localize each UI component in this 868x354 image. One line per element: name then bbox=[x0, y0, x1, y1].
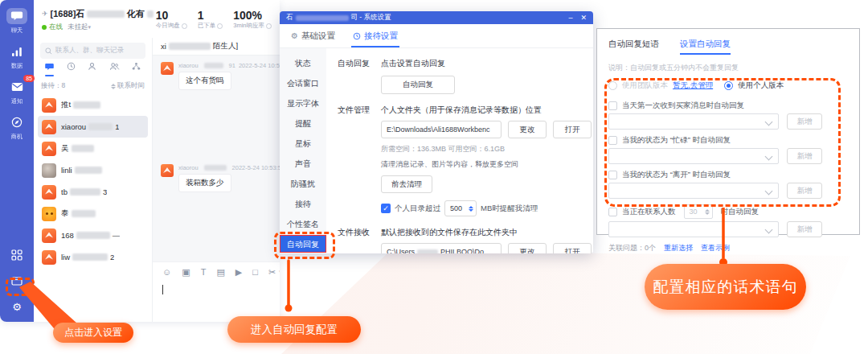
contact-row[interactable]: 168— bbox=[38, 224, 148, 246]
sidebar-item-chat[interactable]: 聊天 bbox=[6, 8, 27, 35]
sidebar-item-business[interactable]: 商机 bbox=[6, 114, 27, 141]
tab-auto-reply-phrases[interactable]: 自动回复短语 bbox=[608, 39, 659, 55]
radio-personal-version[interactable] bbox=[724, 81, 733, 90]
emoji-icon[interactable]: ☺ bbox=[162, 267, 171, 277]
receive-folder-path-input[interactable]: C:\Users PHILBOO\Do bbox=[381, 243, 502, 253]
add-button[interactable]: 新增 bbox=[787, 148, 822, 164]
checkbox-checked-icon[interactable] bbox=[381, 204, 391, 213]
dialog-title: 石 司 - 系统设置 bbox=[286, 13, 568, 23]
redacted-text bbox=[75, 167, 102, 174]
search-icon bbox=[45, 47, 52, 55]
personal-folder-path-input[interactable]: E:\Downloads\Ali1688Workbenc bbox=[381, 121, 502, 138]
message: xiaorou 2022-5-24 10:53:59 装箱数多少 bbox=[161, 164, 272, 192]
sidebar-item-settings[interactable]: ⚙ bbox=[7, 298, 27, 315]
menu-item-anti-harass[interactable]: 防骚扰 bbox=[280, 174, 326, 194]
conversation-header: xi 陌生人] bbox=[153, 38, 280, 56]
menu-item-reminder[interactable]: 提醒 bbox=[280, 113, 326, 134]
close-button[interactable]: ✕ bbox=[580, 14, 587, 22]
message-list: xiaorou 91 2022-5-24 10:52:54 这个有货吗 bbox=[153, 56, 280, 261]
sidebar-item-apps[interactable] bbox=[7, 246, 27, 264]
stat-orders: 1 已下单 bbox=[198, 10, 223, 30]
filter-contacts-icon[interactable] bbox=[88, 60, 96, 76]
filter-recent-icon[interactable] bbox=[67, 60, 76, 76]
minimize-button[interactable]: – bbox=[568, 14, 572, 22]
manage-link[interactable]: 暂无,去管理 bbox=[673, 80, 713, 91]
image-icon[interactable]: ▣ bbox=[182, 267, 190, 277]
message-bubble: 装箱数多少 bbox=[178, 174, 231, 192]
callout-configure-phrases: 配置相应的话术语句 bbox=[645, 264, 806, 310]
checkbox[interactable] bbox=[608, 171, 617, 179]
checkbox[interactable] bbox=[608, 208, 617, 216]
avatar bbox=[161, 62, 174, 75]
menu-item-status[interactable]: 状态 bbox=[280, 53, 326, 73]
window-icon bbox=[11, 277, 23, 286]
redacted-text bbox=[72, 210, 96, 217]
reselect-link[interactable]: 重新选择 bbox=[664, 243, 693, 253]
font-icon[interactable]: T bbox=[201, 267, 207, 277]
search-input[interactable]: 联系人、群、聊天记录 bbox=[40, 43, 145, 59]
message-bubble: 这个有货吗 bbox=[178, 72, 231, 90]
filter-groups-icon[interactable] bbox=[109, 60, 120, 76]
open-folder-button[interactable]: 打开 bbox=[553, 243, 592, 253]
contact-row-selected[interactable]: xiaorou1 bbox=[38, 116, 148, 138]
open-folder-button[interactable]: 打开 bbox=[553, 121, 592, 138]
version-radio-row: 使用团队版本 暂无,去管理 使用个人版本 bbox=[608, 80, 848, 91]
checkbox[interactable] bbox=[608, 101, 617, 110]
panel-footer: 关联问题：0个 重新选择 查看示例 bbox=[608, 243, 848, 253]
folder-icon[interactable]: □ bbox=[252, 267, 258, 277]
tab-basic-settings[interactable]: ⚙ 基础设置 bbox=[291, 24, 335, 47]
sort-by-contact-time[interactable]: 联系时间 bbox=[111, 81, 145, 91]
reply-phrase-select[interactable] bbox=[608, 113, 779, 130]
menu-item-auto-reply[interactable]: 自动回复 bbox=[280, 235, 326, 253]
sidebar-item-notifications[interactable]: 85 通知 bbox=[6, 79, 27, 105]
add-button[interactable]: 新增 bbox=[787, 221, 822, 237]
redacted-text bbox=[72, 145, 94, 152]
status-line[interactable]: 在线 未挂起 ▾ bbox=[42, 23, 156, 32]
menu-item-signature[interactable]: 个性签名 bbox=[280, 214, 326, 234]
add-button[interactable]: 新增 bbox=[787, 113, 822, 130]
contact-row[interactable]: 推t bbox=[38, 94, 148, 116]
panel-note: 说明：自动回复或五分钟内不会重复回复 bbox=[608, 63, 848, 73]
tab-set-auto-reply[interactable]: 设置自动回复 bbox=[680, 39, 731, 55]
filter-chat-icon[interactable] bbox=[45, 60, 54, 76]
reply-phrase-select[interactable] bbox=[608, 148, 779, 164]
stat-inquiries: 10 今日询盘 bbox=[156, 10, 187, 30]
go-clean-button[interactable]: 前去清理 bbox=[381, 175, 432, 193]
contact-row[interactable]: 吴 bbox=[38, 138, 148, 159]
change-folder-button[interactable]: 更改 bbox=[508, 243, 547, 253]
change-folder-button[interactable]: 更改 bbox=[508, 121, 547, 138]
checkbox[interactable] bbox=[608, 136, 617, 145]
menu-item-star[interactable]: 星标 bbox=[280, 134, 326, 154]
reply-phrase-select[interactable] bbox=[608, 183, 779, 199]
dialog-tabs: ⚙ 基础设置 接待设置 bbox=[280, 24, 593, 48]
contact-row[interactable]: liw2 bbox=[38, 246, 148, 268]
video-icon[interactable]: ▶ bbox=[235, 267, 242, 277]
auto-reply-rule-away: 当我的状态为 “离开” 时自动回复 bbox=[608, 170, 848, 180]
sidebar-item-workbench[interactable] bbox=[7, 272, 27, 290]
view-example-link[interactable]: 查看示例 bbox=[701, 243, 730, 253]
avatar bbox=[42, 207, 56, 221]
avatar bbox=[161, 164, 174, 177]
radio-team-version[interactable] bbox=[608, 81, 617, 90]
menu-item-session-window[interactable]: 会话窗口 bbox=[280, 73, 326, 93]
menu-item-reception[interactable]: 接待 bbox=[280, 194, 326, 214]
add-button[interactable]: 新增 bbox=[787, 183, 822, 199]
scissors-icon[interactable]: ✂ bbox=[268, 267, 276, 277]
sidebar-item-data[interactable]: 数据 bbox=[6, 43, 27, 70]
menu-item-font[interactable]: 显示字体 bbox=[280, 93, 326, 113]
menu-item-sound[interactable]: 声音 bbox=[280, 154, 326, 174]
tab-reception-settings[interactable]: 接待设置 bbox=[353, 24, 398, 47]
auto-reply-rule-busy: 当我的状态为 “忙碌” 时自动回复 bbox=[608, 135, 848, 146]
reply-phrase-select[interactable] bbox=[608, 221, 779, 237]
screenshot-icon[interactable]: ▤ bbox=[216, 267, 224, 277]
contact-count-stepper[interactable]: 30 bbox=[684, 204, 713, 219]
auto-reply-button[interactable]: 自动回复 bbox=[381, 76, 455, 94]
size-threshold-stepper[interactable]: 500 bbox=[444, 200, 477, 216]
avatar bbox=[42, 120, 56, 134]
contact-row[interactable]: 泰 bbox=[38, 203, 148, 224]
chevron-down-icon[interactable]: ▾ bbox=[279, 269, 280, 275]
filter-org-icon[interactable] bbox=[132, 60, 141, 76]
online-dot-icon bbox=[42, 25, 47, 30]
contact-row[interactable]: linli bbox=[38, 159, 148, 181]
contact-row[interactable]: tb3 bbox=[38, 181, 148, 203]
